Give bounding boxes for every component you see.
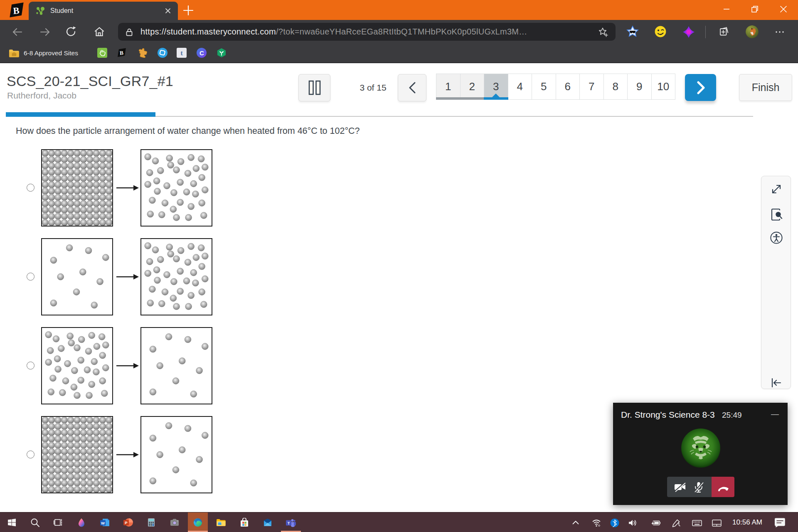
- taskbar-teams-button[interactable]: T: [281, 512, 301, 532]
- tray-wifi-icon[interactable]: [592, 518, 601, 527]
- clever-c-icon[interactable]: C: [197, 48, 207, 58]
- taskbar-edge-button[interactable]: [188, 512, 208, 532]
- window-restore-button[interactable]: [745, 0, 764, 18]
- store-icon: [240, 518, 249, 527]
- tray-keyboard-icon[interactable]: [692, 518, 701, 527]
- finish-button[interactable]: Finish: [739, 74, 792, 101]
- previous-question-button[interactable]: [398, 74, 426, 101]
- answer-radio-4[interactable]: [27, 451, 34, 458]
- forward-button[interactable]: [39, 26, 51, 38]
- windows-taskbar: WP T 10:56 AM: [0, 512, 798, 532]
- taskbar-store-button[interactable]: [234, 512, 254, 532]
- window-close-button[interactable]: [774, 0, 793, 18]
- tray-bluetooth-icon[interactable]: [610, 518, 619, 527]
- page-button-7[interactable]: 7: [580, 74, 604, 100]
- taskbar-calculator-button[interactable]: [141, 512, 161, 532]
- taskbar-start-button[interactable]: [2, 512, 22, 532]
- popup-minimize-button[interactable]: —: [771, 409, 778, 418]
- svg-text:C: C: [200, 49, 204, 57]
- hex-sprout-icon[interactable]: [217, 48, 227, 58]
- next-question-button[interactable]: [685, 74, 716, 101]
- page-button-9[interactable]: 9: [628, 74, 652, 100]
- arrow-right-icon: [116, 448, 139, 461]
- notification-center-button[interactable]: [774, 517, 786, 527]
- teams-call-popup[interactable]: Dr. Strong's Science 8-3 25:49 —: [613, 403, 788, 505]
- taskbar-word-button[interactable]: W: [95, 512, 115, 532]
- answer-radio-1[interactable]: [27, 184, 34, 192]
- pause-button[interactable]: [298, 74, 330, 101]
- tray-chevron-up-icon[interactable]: [571, 518, 580, 527]
- expand-button[interactable]: [770, 182, 783, 196]
- tray-pen-icon[interactable]: [672, 518, 681, 527]
- tray-volume-icon[interactable]: [628, 518, 637, 527]
- taskbar-paint3d-button[interactable]: [71, 512, 91, 532]
- hand-tile-icon[interactable]: [97, 48, 107, 58]
- accessibility-button[interactable]: [770, 231, 783, 244]
- window-minimize-button[interactable]: [717, 0, 736, 18]
- page-button-5[interactable]: 5: [532, 74, 556, 100]
- browser-titlebar: B Student: [0, 0, 798, 20]
- page-button-2[interactable]: 2: [461, 74, 485, 100]
- address-bar[interactable]: https://student.masteryconnect.com/?tok=…: [118, 23, 616, 41]
- bookmarks-folder-label[interactable]: 6-8 Approved Sites: [24, 49, 78, 57]
- collapse-panel-button[interactable]: [770, 376, 783, 389]
- svg-text:B: B: [12, 5, 20, 16]
- question-text: How does the particle arrangement of wat…: [16, 126, 360, 136]
- taskbar-explorer-button[interactable]: [211, 512, 231, 532]
- page-button-6[interactable]: 6: [556, 74, 580, 100]
- page-button-4[interactable]: 4: [508, 74, 532, 100]
- particle-box-before: [41, 149, 113, 227]
- search-icon: [30, 518, 39, 527]
- back-button[interactable]: [11, 26, 24, 38]
- extension-star-sunglasses-icon[interactable]: [626, 25, 639, 39]
- review-zoom-button[interactable]: [770, 208, 783, 221]
- answer-radio-2[interactable]: [27, 273, 34, 281]
- call-controls-group: [667, 477, 712, 497]
- taskbar-taskview-button[interactable]: [48, 512, 68, 532]
- taskview-icon: [54, 518, 63, 527]
- browser-menu-button[interactable]: [773, 26, 786, 38]
- hangup-icon: [717, 481, 729, 493]
- answer-radio-3[interactable]: [27, 362, 34, 369]
- page-button-3[interactable]: 3: [484, 74, 508, 100]
- taskbar-powerpoint-button[interactable]: P: [118, 512, 138, 532]
- explorer-icon: [216, 518, 226, 527]
- page-number: 4: [517, 80, 523, 93]
- tray-touchpad-icon[interactable]: [712, 518, 721, 527]
- progress-bar: [6, 112, 753, 117]
- meeting-avatar: [681, 429, 720, 468]
- chevron-left-icon: [408, 81, 417, 94]
- tray-battery-icon[interactable]: [650, 518, 660, 527]
- blue-ring-icon[interactable]: [158, 48, 167, 58]
- taskbar-mail-button[interactable]: [258, 512, 278, 532]
- page-button-8[interactable]: 8: [604, 74, 628, 100]
- extension-purple-blob-icon[interactable]: [682, 25, 695, 39]
- answer-option-4: [0, 416, 416, 493]
- hangup-button[interactable]: [712, 477, 734, 497]
- camera-off-button[interactable]: [674, 481, 686, 493]
- calculator-icon: [147, 518, 156, 527]
- profile-avatar[interactable]: [746, 25, 759, 38]
- taskbar-camera-app-button[interactable]: [165, 512, 185, 532]
- browser-toolbar: https://student.masteryconnect.com/?tok=…: [0, 20, 798, 44]
- add-favorite-button[interactable]: [598, 27, 608, 37]
- puzzle-icon[interactable]: [138, 48, 148, 58]
- browser-tab-student[interactable]: Student: [29, 2, 178, 20]
- collections-button[interactable]: [718, 25, 731, 39]
- taskbar-search-button[interactable]: [25, 512, 45, 532]
- mic-off-button[interactable]: [692, 481, 705, 493]
- t-tile-icon[interactable]: t: [177, 48, 187, 58]
- brainpop-icon[interactable]: B: [117, 48, 127, 58]
- new-tab-button[interactable]: [181, 4, 195, 17]
- reload-button[interactable]: [65, 26, 78, 38]
- page-button-10[interactable]: 10: [652, 74, 676, 100]
- page-button-1[interactable]: 1: [436, 74, 461, 100]
- page-number: 10: [657, 80, 669, 93]
- extension-smiley-icon[interactable]: [654, 25, 667, 39]
- svg-text:P: P: [125, 520, 128, 525]
- taskbar-clock[interactable]: 10:56 AM: [728, 512, 766, 532]
- pinned-tab-brainpop[interactable]: B: [6, 2, 27, 18]
- url-text[interactable]: https://student.masteryconnect.com/?tok=…: [140, 27, 585, 37]
- home-button[interactable]: [94, 26, 106, 38]
- close-icon[interactable]: [164, 7, 172, 15]
